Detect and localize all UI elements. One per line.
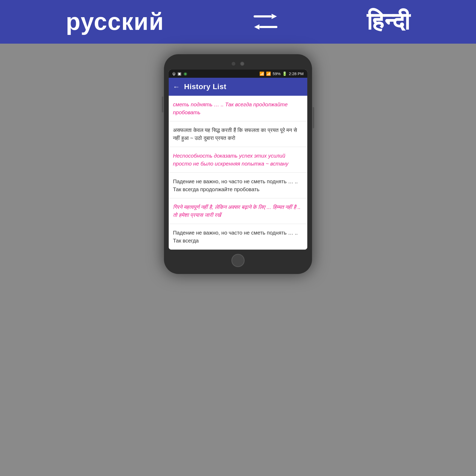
app-bar: ← History List xyxy=(169,78,307,96)
list-item[interactable]: Неспособность доказать успех этих усилий… xyxy=(169,147,307,173)
swap-icon[interactable] xyxy=(254,13,277,31)
signal-icon: 📶 xyxy=(266,71,271,76)
phone-bottom-area xyxy=(169,250,307,269)
screenshot-icon: ▣ xyxy=(177,71,181,76)
battery-icon: 🔋 xyxy=(282,71,287,76)
top-banner: русский हिन्दी xyxy=(0,0,476,44)
speaker-grill xyxy=(240,62,244,66)
list-item-text: गिरने महत्वपूर्ण नहीं है, लेकिन अक्सर बढ… xyxy=(173,204,301,218)
status-bar: ψ ▣ ◉ 📶 📶 59% 🔋 2:28 PM xyxy=(169,70,307,78)
back-button[interactable]: ← xyxy=(173,83,180,91)
power-button xyxy=(313,107,314,128)
source-language-label: русский xyxy=(66,8,164,35)
wifi-icon: 📶 xyxy=(259,71,264,76)
list-item-text: Падение не важно, но часто не сметь подн… xyxy=(173,178,298,192)
battery-percent: 59% xyxy=(273,71,281,76)
list-item-text: Падение не важно, но часто не сметь подн… xyxy=(173,230,298,244)
list-item-text: असफलता केवल यह सिद्ध करती हैं कि सफलता क… xyxy=(173,127,297,141)
home-button[interactable] xyxy=(231,254,245,267)
list-item[interactable]: сметь поднять … .. Так всегда продолжайт… xyxy=(169,96,307,121)
svg-rect-0 xyxy=(254,15,272,17)
list-item[interactable]: Падение не важно, но часто не сметь подн… xyxy=(169,224,307,250)
svg-marker-3 xyxy=(254,24,259,30)
front-camera xyxy=(232,62,235,66)
phone-device: ψ ▣ ◉ 📶 📶 59% 🔋 2:28 PM ← History List xyxy=(164,54,312,274)
volume-button xyxy=(162,97,163,112)
phone-top-area xyxy=(169,59,307,70)
target-language-label: हिन्दी xyxy=(367,8,410,36)
phone-screen: ψ ▣ ◉ 📶 📶 59% 🔋 2:28 PM ← History List xyxy=(169,70,307,250)
svg-rect-2 xyxy=(259,26,277,28)
list-item-text: Неспособность доказать успех этих усилий… xyxy=(173,153,289,167)
list-item[interactable]: Падение не важно, но часто не сметь подн… xyxy=(169,173,307,198)
usb-icon: ψ xyxy=(172,71,175,76)
screen-title: History List xyxy=(184,83,226,91)
gps-icon: ◉ xyxy=(184,71,187,76)
status-right-area: 📶 📶 59% 🔋 2:28 PM xyxy=(259,71,304,76)
list-item[interactable]: असफलता केवल यह सिद्ध करती हैं कि सफलता क… xyxy=(169,121,307,147)
svg-marker-1 xyxy=(272,14,277,19)
time-display: 2:28 PM xyxy=(289,71,304,76)
list-item[interactable]: गिरने महत्वपूर्ण नहीं है, लेकिन अक्सर बढ… xyxy=(169,198,307,224)
history-list: сметь поднять … .. Так всегда продолжайт… xyxy=(169,96,307,250)
list-item-text: сметь поднять … .. Так всегда продолжайт… xyxy=(173,102,288,115)
status-left-icons: ψ ▣ ◉ xyxy=(172,71,187,76)
